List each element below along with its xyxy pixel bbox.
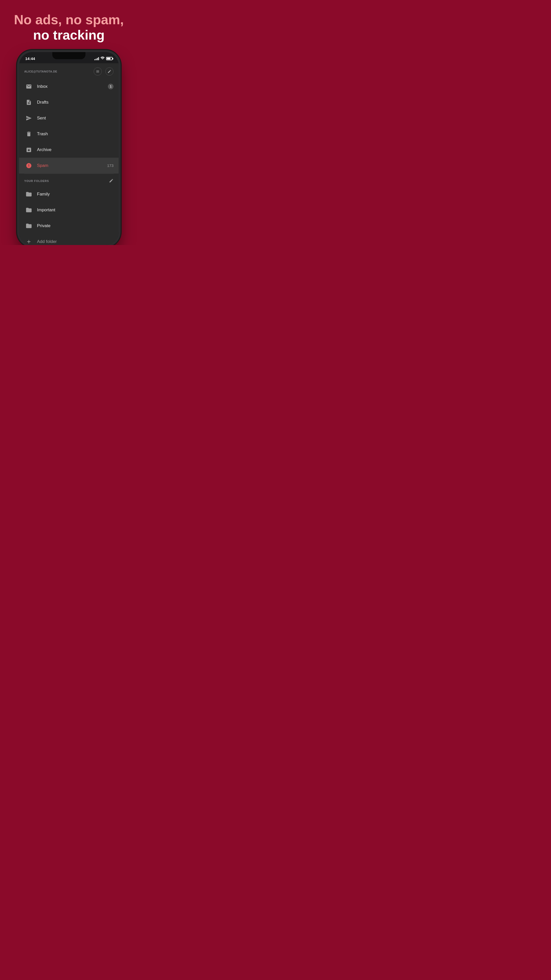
spam-label: Spam — [37, 163, 107, 168]
app-content: ALICE@TUTANOTA.DE — [19, 63, 119, 245]
folders-edit-button[interactable] — [109, 178, 114, 184]
nav-inbox[interactable]: Inbox 1 — [19, 79, 119, 94]
list-check-button[interactable] — [94, 67, 102, 76]
folders-section-title: YOUR FOLDERS — [24, 180, 49, 183]
nav-drafts[interactable]: Drafts — [19, 94, 119, 110]
add-folder-icon — [24, 237, 33, 245]
drafts-icon — [24, 98, 33, 107]
status-icons — [94, 57, 113, 60]
folder-private-label: Private — [37, 223, 51, 228]
compose-icon — [107, 69, 111, 73]
headline-line2: no tracking — [14, 27, 124, 43]
signal-bars-icon — [94, 57, 99, 60]
compose-button[interactable] — [105, 67, 114, 76]
account-email: ALICE@TUTANOTA.DE — [24, 70, 57, 73]
folder-important[interactable]: Important — [19, 202, 119, 218]
battery-icon — [106, 57, 113, 60]
archive-label: Archive — [37, 147, 114, 152]
folder-family-label: Family — [37, 192, 50, 197]
add-folder-label: Add folder — [37, 239, 57, 244]
folder-private[interactable]: Private — [19, 218, 119, 234]
headline-line1: No ads, no spam, — [14, 12, 124, 27]
folders-section-header: YOUR FOLDERS — [19, 174, 119, 186]
nav-trash[interactable]: Trash — [19, 126, 119, 142]
sent-label: Sent — [37, 116, 114, 121]
archive-icon — [24, 145, 33, 154]
signal-bar-2 — [96, 59, 97, 60]
folder-important-icon — [24, 205, 33, 215]
signal-bar-1 — [94, 59, 95, 60]
folder-family-icon — [24, 189, 33, 199]
sent-icon — [24, 114, 33, 123]
list-check-icon — [96, 69, 100, 73]
drafts-label: Drafts — [37, 100, 114, 105]
phone-notch — [52, 52, 86, 59]
folder-private-icon — [24, 221, 33, 231]
trash-label: Trash — [37, 131, 114, 137]
app-header: ALICE@TUTANOTA.DE — [19, 63, 119, 79]
spam-icon — [24, 161, 33, 170]
wifi-icon — [100, 57, 105, 60]
folder-important-label: Important — [37, 207, 56, 213]
trash-icon — [24, 129, 33, 138]
nav-spam[interactable]: Spam 173 — [19, 158, 119, 173]
inbox-icon — [24, 82, 33, 91]
add-folder-button[interactable]: Add folder — [19, 234, 119, 245]
inbox-label: Inbox — [37, 84, 108, 89]
status-time: 14:44 — [25, 56, 35, 61]
edit-icon — [109, 178, 114, 183]
spam-count: 173 — [107, 163, 114, 168]
inbox-badge: 1 — [108, 84, 114, 89]
phone-mockup: 14:44 ALICE@TUTANOTA.DE — [19, 52, 119, 245]
battery-fill — [107, 58, 110, 59]
signal-bar-3 — [97, 58, 98, 60]
nav-archive[interactable]: Archive — [19, 142, 119, 158]
folder-family[interactable]: Family — [19, 186, 119, 202]
nav-sent[interactable]: Sent — [19, 110, 119, 126]
headline-section: No ads, no spam, no tracking — [4, 0, 134, 52]
header-actions — [94, 67, 114, 76]
signal-bar-4 — [98, 57, 99, 60]
